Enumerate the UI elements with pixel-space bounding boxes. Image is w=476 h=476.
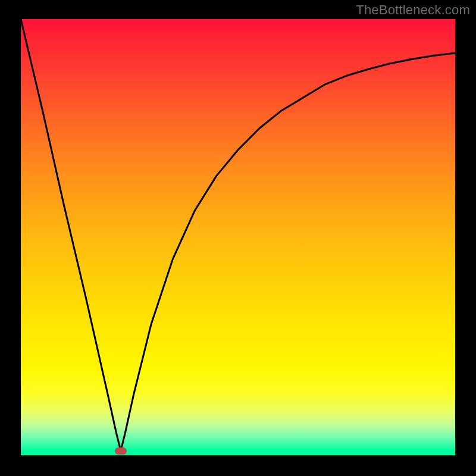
bottleneck-curve xyxy=(21,19,455,451)
optimum-marker xyxy=(115,447,127,455)
watermark-text: TheBottleneck.com xyxy=(356,2,470,18)
plot-area xyxy=(21,19,455,455)
chart-frame: TheBottleneck.com xyxy=(0,0,476,476)
curve-svg xyxy=(21,19,455,455)
